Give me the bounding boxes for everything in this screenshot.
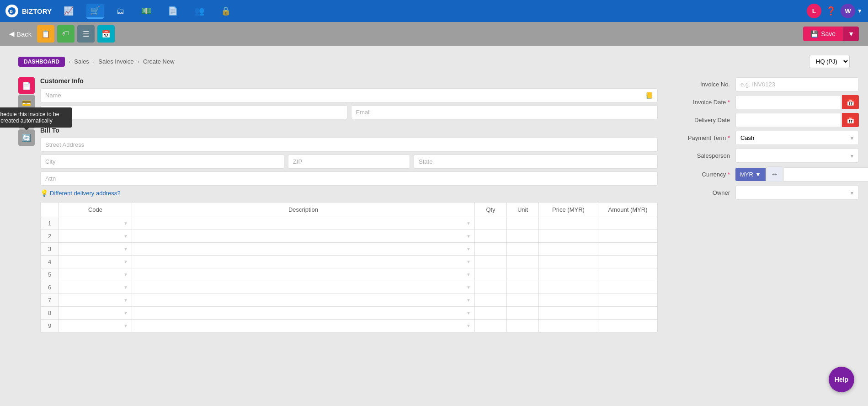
row-description[interactable]: ▼: [132, 281, 475, 294]
tag-icon-button[interactable]: 🏷: [57, 25, 75, 43]
nav-cart-icon[interactable]: 🛒: [86, 4, 104, 19]
delivery-date-calendar-button[interactable]: 📅: [842, 113, 859, 127]
side-document-button[interactable]: 📄: [18, 77, 35, 94]
row-qty[interactable]: [475, 268, 507, 281]
currency-input-wrap: MYR ▼ ↔ 1.000000 MYR: [735, 166, 868, 182]
row-amount: [598, 281, 658, 294]
row-unit[interactable]: [507, 307, 539, 320]
tooltip-box: Schedule this invoice to be created auto…: [0, 107, 72, 128]
breadcrumb-sales-invoice[interactable]: Sales Invoice: [98, 58, 133, 65]
branch-select[interactable]: HQ (PJ): [809, 55, 850, 68]
row-qty[interactable]: [475, 307, 507, 320]
row-unit[interactable]: [507, 230, 539, 243]
row-code[interactable]: ▼: [59, 268, 132, 281]
invoice-date-calendar-button[interactable]: 📅: [842, 95, 859, 109]
avatar-w-wrap[interactable]: W ▼: [841, 4, 863, 18]
row-price[interactable]: [539, 217, 598, 230]
save-dropdown-button[interactable]: ▼: [843, 27, 859, 41]
zip-input[interactable]: [288, 155, 410, 169]
street-address-input[interactable]: [40, 138, 658, 152]
invoice-date-input[interactable]: 16/04/19: [735, 95, 841, 109]
invoice-icon-button[interactable]: 📋: [37, 25, 54, 43]
row-description[interactable]: ▼: [132, 217, 475, 230]
payment-term-select[interactable]: Cash Net 30 Net 60: [735, 131, 859, 145]
salesperson-select-wrap: [735, 149, 859, 163]
delivery-link[interactable]: 💡 Different delivery address?: [40, 189, 658, 197]
row-qty[interactable]: [475, 294, 507, 307]
row-price[interactable]: [539, 281, 598, 294]
breadcrumb-dashboard[interactable]: DASHBOARD: [18, 57, 65, 67]
table-row: 3 ▼ ▼: [41, 243, 658, 256]
row-price[interactable]: [539, 268, 598, 281]
calendar-icon-button[interactable]: 📅: [97, 25, 115, 43]
row-qty[interactable]: [475, 281, 507, 294]
table-row: 6 ▼ ▼: [41, 281, 658, 294]
row-unit[interactable]: [507, 256, 539, 268]
invoice-no-input[interactable]: [735, 77, 859, 91]
help-icon[interactable]: ❓: [826, 6, 836, 16]
row-price[interactable]: [539, 230, 598, 243]
row-num: 5: [41, 268, 59, 281]
avatar-l: L: [807, 4, 821, 18]
nav-dollar-icon[interactable]: 💵: [138, 4, 155, 18]
row-description[interactable]: ▼: [132, 307, 475, 320]
row-code[interactable]: ▼: [59, 217, 132, 230]
currency-select-button[interactable]: MYR ▼: [735, 168, 766, 181]
row-code[interactable]: ▼: [59, 294, 132, 307]
row-description[interactable]: ▼: [132, 243, 475, 256]
exchange-rate-input[interactable]: 1.000000: [784, 167, 868, 182]
row-unit[interactable]: [507, 294, 539, 307]
row-code[interactable]: ▼: [59, 281, 132, 294]
invoice-no-row: Invoice No.: [676, 77, 859, 91]
nav-grid-icon[interactable]: 🗂: [113, 5, 128, 18]
row-qty[interactable]: [475, 320, 507, 332]
row-qty[interactable]: [475, 230, 507, 243]
list-icon-button[interactable]: ☰: [77, 25, 95, 43]
nav-users-icon[interactable]: 👥: [191, 4, 208, 18]
row-price[interactable]: [539, 256, 598, 268]
row-qty[interactable]: [475, 217, 507, 230]
row-price[interactable]: [539, 307, 598, 320]
row-qty[interactable]: [475, 243, 507, 256]
save-button[interactable]: 💾 Save: [803, 27, 843, 41]
row-code[interactable]: ▼: [59, 243, 132, 256]
row-code[interactable]: ▼: [59, 320, 132, 332]
row-unit[interactable]: [507, 320, 539, 332]
customer-phone-input[interactable]: [40, 105, 347, 119]
payment-term-row: Payment Term * Cash Net 30 Net 60: [676, 131, 859, 145]
row-amount: [598, 217, 658, 230]
row-unit[interactable]: [507, 243, 539, 256]
customer-email-input[interactable]: [351, 105, 658, 119]
row-unit[interactable]: [507, 281, 539, 294]
salesperson-select[interactable]: [735, 149, 859, 163]
row-num: 4: [41, 256, 59, 268]
owner-select[interactable]: [735, 186, 859, 200]
row-unit[interactable]: [507, 217, 539, 230]
row-description[interactable]: ▼: [132, 320, 475, 332]
nav-chart-icon[interactable]: 📈: [60, 4, 77, 18]
row-price[interactable]: [539, 320, 598, 332]
row-description[interactable]: ▼: [132, 230, 475, 243]
customer-name-input[interactable]: [40, 88, 658, 102]
row-code[interactable]: ▼: [59, 230, 132, 243]
row-num: 6: [41, 281, 59, 294]
delivery-date-input[interactable]: [735, 113, 841, 127]
row-qty[interactable]: [475, 256, 507, 268]
row-code[interactable]: ▼: [59, 307, 132, 320]
row-description[interactable]: ▼: [132, 268, 475, 281]
attn-input[interactable]: [40, 171, 658, 186]
main-layout: 📄 💳 ⬆ 🔄 Schedule this invoice to be crea…: [0, 77, 868, 332]
row-description[interactable]: ▼: [132, 294, 475, 307]
nav-lock-icon[interactable]: 🔒: [217, 4, 234, 18]
city-input[interactable]: [40, 155, 284, 169]
state-input[interactable]: [414, 155, 658, 169]
row-unit[interactable]: [507, 268, 539, 281]
left-column: Customer Info 📒 Bill To: [40, 77, 658, 332]
breadcrumb-sales[interactable]: Sales: [74, 58, 89, 65]
row-code[interactable]: ▼: [59, 256, 132, 268]
row-price[interactable]: [539, 243, 598, 256]
row-price[interactable]: [539, 294, 598, 307]
nav-file-icon[interactable]: 📄: [164, 4, 181, 18]
row-description[interactable]: ▼: [132, 256, 475, 268]
back-button[interactable]: ◀ Back: [9, 30, 32, 38]
